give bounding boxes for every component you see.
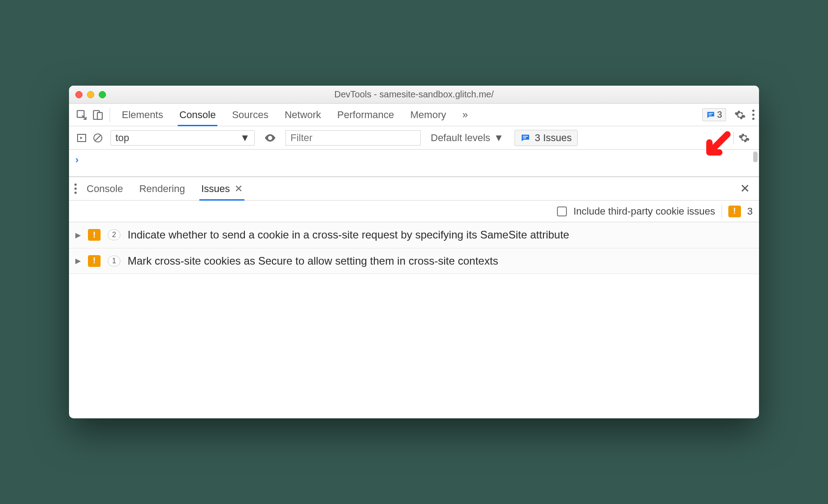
window-title: DevTools - samesite-sandbox.glitch.me/ bbox=[69, 89, 759, 100]
tab-label: Performance bbox=[337, 109, 394, 121]
filter-input[interactable] bbox=[285, 130, 421, 146]
live-expression-icon[interactable] bbox=[262, 130, 278, 146]
main-tabs: Elements Console Sources Network Perform… bbox=[122, 104, 468, 126]
svg-rect-9 bbox=[523, 137, 526, 138]
scrollbar-thumb[interactable] bbox=[753, 151, 758, 162]
clear-console-icon[interactable] bbox=[90, 130, 106, 146]
tab-console[interactable]: Console bbox=[179, 104, 216, 126]
issue-row[interactable]: ▶ ! 2 Indicate whether to send a cookie … bbox=[69, 222, 759, 248]
tab-performance[interactable]: Performance bbox=[337, 104, 394, 126]
issues-count: 3 bbox=[717, 110, 722, 120]
svg-line-7 bbox=[95, 135, 101, 141]
console-settings-icon[interactable] bbox=[737, 131, 751, 145]
svg-rect-8 bbox=[523, 136, 528, 137]
issue-count-pill: 1 bbox=[108, 256, 120, 266]
drawer-tab-console[interactable]: Console bbox=[87, 177, 123, 200]
prompt-chevron-icon: › bbox=[75, 154, 78, 165]
settings-icon[interactable] bbox=[733, 108, 747, 122]
divider bbox=[733, 132, 734, 144]
inspect-element-icon[interactable] bbox=[74, 107, 90, 123]
expand-triangle-icon[interactable]: ▶ bbox=[75, 231, 81, 239]
tab-label: Issues bbox=[201, 183, 230, 195]
drawer-tabs: Console Rendering Issues ✕ ✕ bbox=[69, 177, 759, 201]
drawer: Console Rendering Issues ✕ ✕ Include thi… bbox=[69, 177, 759, 418]
tabs-overflow[interactable]: » bbox=[462, 104, 468, 126]
tab-memory[interactable]: Memory bbox=[410, 104, 446, 126]
issue-title: Indicate whether to send a cookie in a c… bbox=[128, 228, 753, 242]
issue-warning-icon: ! bbox=[88, 255, 101, 267]
issue-count-pill: 2 bbox=[108, 229, 120, 240]
level-label: Default levels bbox=[431, 132, 490, 144]
console-prompt[interactable]: › bbox=[69, 150, 759, 177]
issue-title: Mark cross-site cookies as Secure to all… bbox=[128, 254, 753, 268]
main-toolbar: Elements Console Sources Network Perform… bbox=[69, 104, 759, 126]
third-party-label: Include third-party cookie issues bbox=[573, 206, 715, 217]
drawer-more-icon[interactable] bbox=[74, 183, 77, 194]
more-menu-icon[interactable] bbox=[752, 110, 754, 120]
tab-label: Memory bbox=[410, 109, 446, 121]
issue-row[interactable]: ▶ ! 1 Mark cross-site cookies as Secure … bbox=[69, 248, 759, 274]
tab-elements[interactable]: Elements bbox=[122, 104, 163, 126]
tab-label: Console bbox=[87, 183, 123, 195]
close-tab-icon[interactable]: ✕ bbox=[235, 183, 243, 195]
annotation-arrow-icon bbox=[701, 130, 733, 161]
divider bbox=[722, 205, 722, 218]
close-drawer-icon[interactable]: ✕ bbox=[736, 182, 754, 196]
log-level-selector[interactable]: Default levels ▼ bbox=[431, 132, 504, 144]
third-party-checkbox[interactable] bbox=[557, 206, 567, 216]
toggle-sidebar-icon[interactable] bbox=[74, 130, 90, 146]
tab-label: Console bbox=[179, 109, 216, 121]
chevron-down-icon: ▼ bbox=[240, 132, 250, 144]
empty-area bbox=[69, 274, 759, 418]
issues-button-label: 3 Issues bbox=[535, 132, 572, 144]
issues-counter-badge[interactable]: 3 bbox=[702, 108, 726, 121]
drawer-tab-issues[interactable]: Issues ✕ bbox=[201, 177, 243, 200]
svg-rect-2 bbox=[97, 112, 102, 119]
total-issues-count: 3 bbox=[747, 206, 753, 217]
tab-sources[interactable]: Sources bbox=[232, 104, 268, 126]
device-toolbar-icon[interactable] bbox=[90, 107, 106, 123]
issue-warning-icon: ! bbox=[88, 229, 101, 241]
message-icon bbox=[706, 110, 715, 119]
divider bbox=[110, 108, 110, 122]
svg-rect-3 bbox=[708, 113, 713, 114]
svg-rect-4 bbox=[708, 115, 712, 115]
context-selector[interactable]: top ▼ bbox=[110, 130, 255, 146]
tab-label: Network bbox=[285, 109, 321, 121]
tab-label: Elements bbox=[122, 109, 163, 121]
tab-network[interactable]: Network bbox=[285, 104, 321, 126]
drawer-tab-rendering[interactable]: Rendering bbox=[139, 177, 185, 200]
issues-toolbar: Include third-party cookie issues ! 3 bbox=[69, 201, 759, 222]
console-toolbar: top ▼ Default levels ▼ 3 Issues bbox=[69, 126, 759, 150]
devtools-window: DevTools - samesite-sandbox.glitch.me/ E… bbox=[69, 86, 759, 418]
overflow-glyph: » bbox=[462, 109, 468, 121]
issue-warning-icon: ! bbox=[728, 206, 741, 217]
message-icon bbox=[520, 133, 530, 143]
expand-triangle-icon[interactable]: ▶ bbox=[75, 257, 81, 265]
issues-button[interactable]: 3 Issues bbox=[515, 130, 578, 146]
titlebar: DevTools - samesite-sandbox.glitch.me/ bbox=[69, 86, 759, 104]
tab-label: Sources bbox=[232, 109, 268, 121]
chevron-down-icon: ▼ bbox=[494, 132, 504, 144]
tab-label: Rendering bbox=[139, 183, 185, 195]
context-value: top bbox=[115, 132, 129, 144]
